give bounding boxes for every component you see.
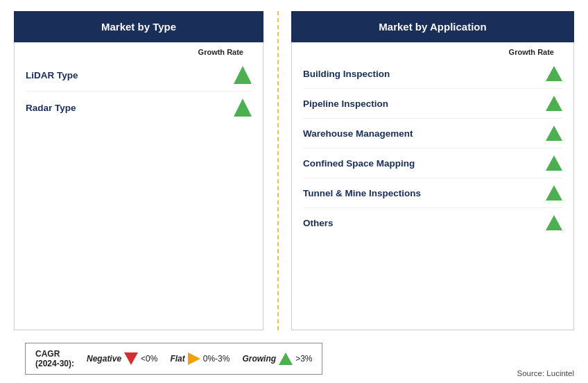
up-arrow-green-icon	[279, 352, 293, 365]
flat-legend-item: Flat 0%-3%	[170, 352, 230, 365]
up-arrow-icon	[234, 66, 252, 84]
up-arrow-icon	[546, 66, 562, 81]
up-arrow-icon	[546, 155, 562, 171]
warehouse-management-label: Warehouse Management	[303, 128, 546, 139]
pipeline-inspection-label: Pipeline Inspection	[303, 99, 546, 109]
right-arrow-yellow-icon	[188, 352, 200, 365]
lidar-type-label: LiDAR Type	[26, 70, 234, 80]
up-arrow-icon	[546, 96, 562, 111]
up-arrow-icon	[546, 126, 562, 141]
list-item: Tunnel & Mine Inspections	[303, 178, 562, 208]
right-panel-title: Market by Application	[291, 11, 574, 42]
list-item: LiDAR Type	[26, 59, 252, 92]
list-item: Others	[303, 208, 562, 237]
cagr-label: CAGR (2024-30):	[35, 349, 74, 368]
main-content: Market by Type Growth Rate LiDAR Type Ra…	[0, 0, 588, 337]
up-arrow-icon	[546, 185, 562, 201]
left-panel: Market by Type Growth Rate LiDAR Type Ra…	[14, 11, 263, 330]
tunnel-mine-label: Tunnel & Mine Inspections	[303, 188, 546, 198]
list-item: Radar Type	[26, 92, 252, 124]
divider	[263, 11, 291, 330]
right-growth-rate-label: Growth Rate	[303, 48, 562, 56]
others-label: Others	[303, 218, 546, 228]
growing-legend-item: Growing >3%	[242, 352, 312, 365]
confined-space-label: Confined Space Mapping	[303, 158, 546, 169]
list-item: Confined Space Mapping	[303, 148, 562, 178]
radar-type-label: Radar Type	[26, 103, 234, 113]
list-item: Building Inspection	[303, 59, 562, 89]
up-arrow-icon	[234, 99, 252, 117]
right-panel: Market by Application Growth Rate Buildi…	[291, 11, 574, 330]
source-label: Source: Lucintel	[517, 369, 574, 377]
list-item: Warehouse Management	[303, 119, 562, 148]
legend-box: CAGR (2024-30): Negative <0% Flat 0%-3% …	[25, 343, 322, 375]
dashed-line	[277, 11, 279, 330]
down-arrow-red-icon	[124, 352, 138, 365]
building-inspection-label: Building Inspection	[303, 69, 546, 79]
right-panel-body: Growth Rate Building Inspection Pipeline…	[291, 42, 574, 330]
list-item: Pipeline Inspection	[303, 89, 562, 119]
up-arrow-icon	[546, 215, 562, 230]
left-panel-body: Growth Rate LiDAR Type Radar Type	[14, 42, 263, 330]
footer: CAGR (2024-30): Negative <0% Flat 0%-3% …	[0, 337, 588, 383]
negative-legend-item: Negative <0%	[87, 352, 157, 365]
left-panel-title: Market by Type	[14, 11, 263, 42]
left-growth-rate-label: Growth Rate	[26, 48, 252, 56]
